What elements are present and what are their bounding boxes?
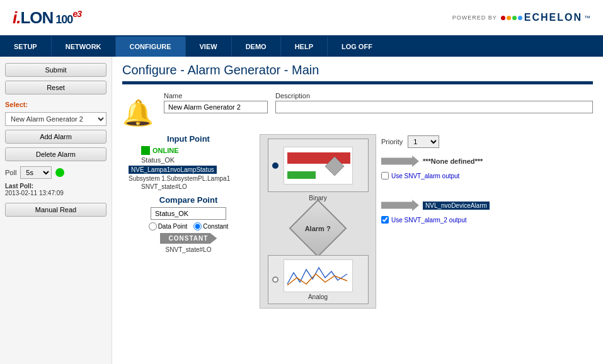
analog-thumbnail xyxy=(284,259,353,292)
analog-label: Analog xyxy=(308,293,328,300)
alarm-diamond: Alarm ? xyxy=(289,200,347,258)
nav-item-help[interactable]: HELP xyxy=(281,37,328,57)
nvo-device-row: NVL_nvoDeviceAlarm xyxy=(381,200,593,211)
nav-item-setup[interactable]: SETUP xyxy=(0,37,52,57)
output-2-section: NVL_nvoDeviceAlarm Use SNVT_alarm_2 outp… xyxy=(381,200,593,224)
manual-read-button[interactable]: Manual Read xyxy=(5,203,106,217)
add-alarm-button[interactable]: Add Alarm xyxy=(5,130,106,144)
middle-diagram: Binary Alarm ? xyxy=(260,134,376,309)
radio-row: Data Point Constant xyxy=(122,222,255,230)
reset-button[interactable]: Reset xyxy=(5,81,106,94)
poll-status-indicator xyxy=(55,168,64,177)
compare-point-section: Compare Point Data Point Constant xyxy=(122,195,255,253)
snvt-alarm-checkbox[interactable] xyxy=(381,172,389,179)
title-separator xyxy=(122,81,593,84)
snvt-alarm-2-label: Use SNVT_alarm_2 output xyxy=(391,217,467,224)
snvt-text-2: SNVT_state#LO xyxy=(122,246,255,253)
compare-point-title: Compare Point xyxy=(122,195,255,205)
left-column: Input Point ONLINE Status_OK NVE_Lampa1n… xyxy=(122,134,255,253)
input-point-section: Input Point ONLINE Status_OK NVE_Lampa1n… xyxy=(122,134,255,190)
none-defined-row: ***None defined*** xyxy=(381,156,593,167)
right-panel: Priority 1 ***None defined*** Use xyxy=(381,134,593,224)
online-text: ONLINE xyxy=(152,147,179,154)
output-1-section: ***None defined*** Use SNVT_alarm output xyxy=(381,156,593,179)
last-poll-label: Last Poll: xyxy=(5,183,106,190)
page-title: Configure - Alarm Generator - Main xyxy=(122,63,593,77)
binary-box xyxy=(268,139,369,192)
alarm-diamond-text: Alarm ? xyxy=(305,225,331,232)
analog-box: Analog xyxy=(268,255,369,304)
echelon-trademark: ™ xyxy=(584,14,590,21)
logo-superscript: 100 xyxy=(53,13,72,26)
constant-arrow: CONSTANT xyxy=(122,233,255,244)
nve-badge: NVE_Lampa1nvoLampStatus xyxy=(129,166,217,174)
name-desc-section: 🔔 Name Description xyxy=(122,92,593,128)
delete-alarm-button[interactable]: Delete Alarm xyxy=(5,147,106,161)
alarm-diamond-container: Alarm ? xyxy=(297,208,338,249)
poll-label: Poll xyxy=(5,169,16,176)
select-label: Select: xyxy=(5,101,106,108)
arrow-shape-1 xyxy=(381,156,419,167)
data-point-radio[interactable] xyxy=(149,222,157,230)
constant-radio[interactable] xyxy=(193,222,202,230)
desc-field-group: Description xyxy=(275,92,593,113)
priority-row: Priority 1 xyxy=(381,135,593,148)
last-poll-section: Last Poll: 2013-02-11 13:47:09 xyxy=(5,183,106,196)
status-ok-1: Status_OK xyxy=(141,156,255,164)
constant-arrow-shape: CONSTANT xyxy=(160,233,217,244)
priority-select[interactable]: 1 xyxy=(408,135,439,148)
desc-input[interactable] xyxy=(275,101,593,113)
compare-input[interactable] xyxy=(151,207,226,220)
main-layout: Submit Reset Select: New Alarm Generator… xyxy=(0,57,603,364)
poll-row: Poll 5s xyxy=(5,166,106,179)
nav-bar: SETUP NETWORK CONFIGURE VIEW DEMO HELP L… xyxy=(0,37,603,57)
header: i.LON 100e3 POWERED BY ECHELON ™ xyxy=(0,0,603,37)
echelon-logo: ECHELON ™ xyxy=(501,12,590,23)
logo: i.LON 100e3 xyxy=(13,8,81,28)
name-input[interactable] xyxy=(164,101,268,113)
input-point-title: Input Point xyxy=(122,134,255,144)
bell-icon: 🔔 xyxy=(122,98,154,128)
submit-button[interactable]: Submit xyxy=(5,63,106,77)
nav-item-view[interactable]: VIEW xyxy=(186,37,232,57)
name-field-group: Name xyxy=(164,92,268,113)
poll-select[interactable]: 5s xyxy=(20,166,52,179)
binary-radio-dot xyxy=(272,162,279,169)
alarm-generator-select[interactable]: New Alarm Generator 2 xyxy=(5,112,106,126)
priority-label: Priority xyxy=(381,138,403,145)
arrow-shape-2 xyxy=(381,200,419,211)
logo-i: i. xyxy=(13,8,20,27)
logo-lon: LON xyxy=(20,8,53,27)
sidebar: Submit Reset Select: New Alarm Generator… xyxy=(0,57,112,364)
snvt-alarm-label: Use SNVT_alarm output xyxy=(391,173,459,179)
last-poll-time: 2013-02-11 13:47:09 xyxy=(5,190,106,196)
nav-item-configure[interactable]: CONFIGURE xyxy=(116,37,186,57)
constant-radio-label[interactable]: Constant xyxy=(193,222,228,230)
diagram-area: Input Point ONLINE Status_OK NVE_Lampa1n… xyxy=(122,134,593,309)
echelon-text: ECHELON xyxy=(524,12,582,23)
svg-rect-2 xyxy=(287,171,316,179)
nav-item-logoff[interactable]: LOG OFF xyxy=(328,37,386,57)
powered-by-text: POWERED BY xyxy=(452,14,497,21)
subsystem-text: Subsystem 1.SubsystemPL.Lampa1 xyxy=(129,175,255,182)
name-label: Name xyxy=(164,92,268,100)
online-indicator xyxy=(141,146,150,155)
desc-label: Description xyxy=(275,92,593,100)
snvt-output-1-row: Use SNVT_alarm output xyxy=(381,172,593,179)
nav-item-demo[interactable]: DEMO xyxy=(232,37,281,57)
content-area: Configure - Alarm Generator - Main 🔔 Nam… xyxy=(112,57,603,364)
analog-radio-dot xyxy=(272,276,279,283)
none-defined-text: ***None defined*** xyxy=(423,157,483,165)
snvt-text-1: SNVT_state#LO xyxy=(141,183,255,190)
nvo-device-badge: NVL_nvoDeviceAlarm xyxy=(423,202,490,210)
binary-thumbnail xyxy=(284,147,353,185)
logo-e3: e3 xyxy=(72,9,81,19)
nav-item-network[interactable]: NETWORK xyxy=(52,37,116,57)
nve-label-row: NVE_Lampa1nvoLampStatus xyxy=(129,165,255,174)
snvt-output-2-row: Use SNVT_alarm_2 output xyxy=(381,216,593,224)
powered-by-section: POWERED BY ECHELON ™ xyxy=(452,12,590,23)
echelon-color-dots xyxy=(501,16,522,20)
online-row: ONLINE xyxy=(141,146,255,155)
snvt-alarm-2-checkbox[interactable] xyxy=(381,216,389,224)
data-point-radio-label[interactable]: Data Point xyxy=(149,222,188,230)
